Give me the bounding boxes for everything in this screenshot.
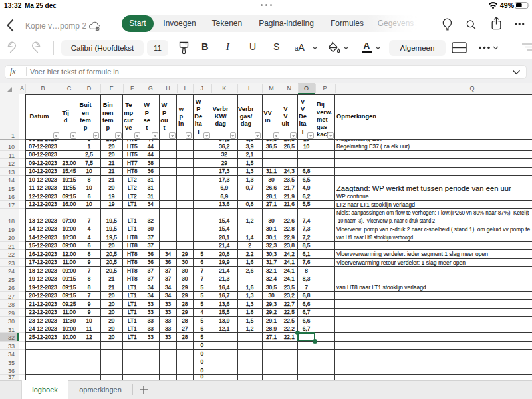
svg-text:49%: 49% <box>500 1 515 9</box>
